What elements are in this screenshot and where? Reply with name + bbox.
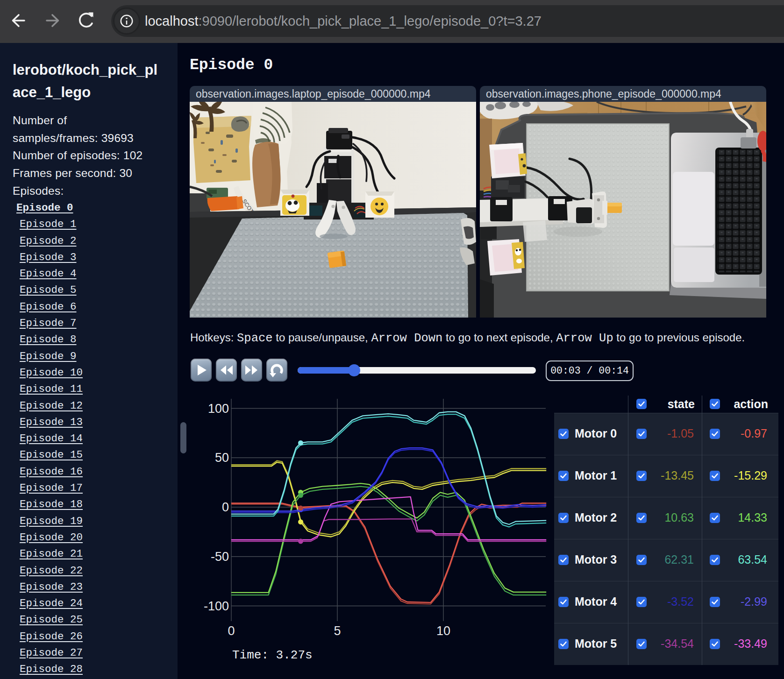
svg-text:100: 100 bbox=[208, 402, 229, 416]
svg-text:0: 0 bbox=[228, 624, 235, 638]
svg-text:-100: -100 bbox=[204, 599, 229, 613]
svg-text:Time: 3.27s: Time: 3.27s bbox=[232, 648, 313, 662]
svg-text:0: 0 bbox=[222, 500, 229, 514]
svg-text:10: 10 bbox=[436, 624, 450, 638]
svg-text:5: 5 bbox=[334, 624, 341, 638]
svg-text:-50: -50 bbox=[211, 550, 229, 564]
svg-text:50: 50 bbox=[215, 451, 229, 465]
